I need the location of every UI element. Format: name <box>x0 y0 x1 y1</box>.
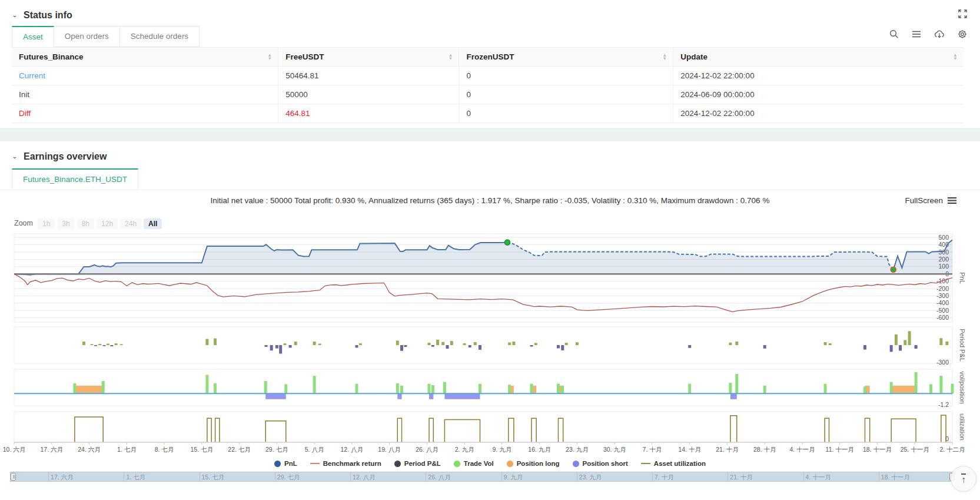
settings-gear-icon[interactable] <box>958 29 967 41</box>
legend-item-utilization[interactable]: Asset utilization <box>641 460 706 467</box>
navigator-label: 23. 九月 <box>577 473 602 482</box>
sorter-icon[interactable]: ▲▼ <box>449 54 453 61</box>
legend-item-pnl[interactable]: PnL <box>274 460 297 467</box>
svg-text:5. 八月: 5. 八月 <box>305 446 324 453</box>
chart-navigator[interactable]: 17. 六月1. 七月15. 七月29. 七月12. 八月26. 八月9. 九月… <box>10 472 955 482</box>
earnings-stats-summary: Initial net value : 50000 Total profit: … <box>0 196 980 205</box>
svg-text:23. 九月: 23. 九月 <box>566 446 589 453</box>
svg-text:7. 十月: 7. 十月 <box>643 446 662 453</box>
earnings-chart[interactable]: 5004003002001000-100-200-300-400-500-600… <box>14 233 974 458</box>
table-cell: 0 <box>459 67 673 85</box>
column-header-futures_binance[interactable]: Futures_Binance▲▼ <box>12 48 278 67</box>
legend-item-benchmark[interactable]: Benchmark return <box>310 460 381 467</box>
svg-text:utilization: utilization <box>959 413 966 441</box>
navigator-label: 17. 六月 <box>48 473 74 482</box>
svg-text:26. 八月: 26. 八月 <box>416 446 438 453</box>
legend-item-period-pnl[interactable]: Period P&L <box>394 460 441 467</box>
tab-open-orders[interactable]: Open orders <box>54 26 120 47</box>
navigator-label: 4. 十一月 <box>803 473 831 482</box>
svg-text:vol/position: vol/position <box>959 371 966 403</box>
dashboard-page: ⌄ Status info AssetOpen ordersSchedule o… <box>0 0 980 500</box>
svg-text:PnL: PnL <box>959 272 966 284</box>
cloud-download-icon[interactable] <box>934 29 945 41</box>
svg-text:2. 九月: 2. 九月 <box>455 446 474 453</box>
navigator-label: 21. 十月 <box>727 473 753 482</box>
chart-legend: PnLBenchmark returnPeriod P&LTrade VolPo… <box>0 459 980 468</box>
legend-marker <box>507 461 513 467</box>
svg-text:4. 十一月: 4. 十一月 <box>789 446 815 453</box>
column-header-frozenusdt[interactable]: FrozenUSDT▲▼ <box>459 48 673 67</box>
svg-text:0: 0 <box>945 435 949 442</box>
legend-item-position-long[interactable]: Position long <box>507 460 560 467</box>
svg-text:-200: -200 <box>936 285 949 292</box>
tab-schedule-orders[interactable]: Schedule orders <box>120 26 200 47</box>
svg-text:16. 九月: 16. 九月 <box>528 446 551 453</box>
column-header-update[interactable]: Update▲▼ <box>673 48 964 67</box>
zoom-option-8h[interactable]: 8h <box>77 218 94 229</box>
collapse-chevron-icon[interactable]: ⌄ <box>12 153 18 160</box>
earnings-header: ⌄ Earnings overview <box>0 141 980 164</box>
collapse-chevron-icon[interactable]: ⌄ <box>12 12 18 18</box>
table-cell: Init <box>12 85 278 104</box>
navigator-label: 9. 九月 <box>501 473 523 482</box>
legend-item-trade-vol[interactable]: Trade Vol <box>454 460 494 467</box>
legend-label: Position long <box>517 460 560 467</box>
menu-list-icon[interactable] <box>912 29 921 41</box>
navigator-label: 18. 十一月 <box>879 473 910 482</box>
zoom-option-all[interactable]: All <box>144 218 162 229</box>
svg-text:-300: -300 <box>936 359 949 366</box>
zoom-option-1h[interactable]: 1h <box>38 218 55 229</box>
arrow-up-icon: ↑ <box>961 473 966 485</box>
fullscreen-expand-icon[interactable] <box>958 9 967 21</box>
svg-text:17. 六月: 17. 六月 <box>41 446 64 453</box>
search-icon[interactable] <box>889 29 899 41</box>
asset-table: Futures_Binance▲▼FreeUSDT▲▼FrozenUSDT▲▼U… <box>12 47 964 123</box>
legend-item-position-short[interactable]: Position short <box>573 460 628 467</box>
tab-futures-binance-eth-usdt[interactable]: Futures_Binance.ETH_USDT <box>12 168 138 190</box>
tab-asset[interactable]: Asset <box>12 26 54 47</box>
back-to-top-button[interactable]: ↑ <box>951 466 976 492</box>
section-title: Earnings overview <box>24 151 107 162</box>
svg-text:8. 七月: 8. 七月 <box>155 446 174 453</box>
navigator-label: 26. 八月 <box>426 473 451 482</box>
svg-text:-600: -600 <box>936 314 949 321</box>
zoom-option-12h[interactable]: 12h <box>97 218 118 229</box>
svg-text:-400: -400 <box>936 299 949 306</box>
svg-text:28. 十月: 28. 十月 <box>753 446 776 453</box>
status-info-section: ⌄ Status info AssetOpen ordersSchedule o… <box>0 0 980 123</box>
navigator-label: 29. 七月 <box>275 473 300 482</box>
svg-text:19. 八月: 19. 八月 <box>378 446 401 453</box>
table-cell: Diff <box>12 104 278 123</box>
table-row: Init5000002024-06-09 00:00:00 <box>12 85 964 104</box>
table-cell: 50000 <box>278 85 459 104</box>
svg-text:-500: -500 <box>936 307 949 314</box>
column-header-freeusdt[interactable]: FreeUSDT▲▼ <box>278 48 459 67</box>
fullscreen-button[interactable]: FullScreen <box>905 196 956 205</box>
stats-row: Initial net value : 50000 Total profit: … <box>0 196 980 209</box>
svg-text:9. 九月: 9. 九月 <box>493 446 512 453</box>
legend-label: Position short <box>583 460 628 467</box>
table-cell[interactable]: Current <box>12 67 278 85</box>
zoom-option-24h[interactable]: 24h <box>120 218 141 229</box>
navigator-label: 1. 七月 <box>124 473 145 482</box>
svg-text:-300: -300 <box>936 292 949 299</box>
section-divider <box>0 128 980 141</box>
sorter-icon[interactable]: ▲▼ <box>662 54 667 61</box>
legend-label: Asset utilization <box>654 460 706 467</box>
legend-label: PnL <box>284 460 297 467</box>
svg-text:2. 十二月: 2. 十二月 <box>939 446 965 453</box>
sorter-icon[interactable]: ▲▼ <box>267 54 272 61</box>
table-cell: 0 <box>459 85 673 104</box>
navigator-handle-left[interactable] <box>11 473 16 481</box>
status-info-header: ⌄ Status info <box>0 0 980 22</box>
svg-text:21. 十月: 21. 十月 <box>716 446 739 453</box>
svg-text:10. 六月: 10. 六月 <box>3 446 26 453</box>
legend-marker <box>274 461 281 467</box>
svg-text:12. 八月: 12. 八月 <box>341 446 364 453</box>
zoom-controls: Zoom 1h3h8h12h24hAll <box>0 217 980 229</box>
navigator-label: 12. 八月 <box>350 473 376 482</box>
zoom-option-3h[interactable]: 3h <box>57 218 74 229</box>
sorter-icon[interactable]: ▲▼ <box>953 54 958 61</box>
navigator-label: 15. 七月 <box>200 473 225 482</box>
chart-plot-area[interactable]: 5004003002001000-100-200-300-400-500-600… <box>14 233 974 458</box>
